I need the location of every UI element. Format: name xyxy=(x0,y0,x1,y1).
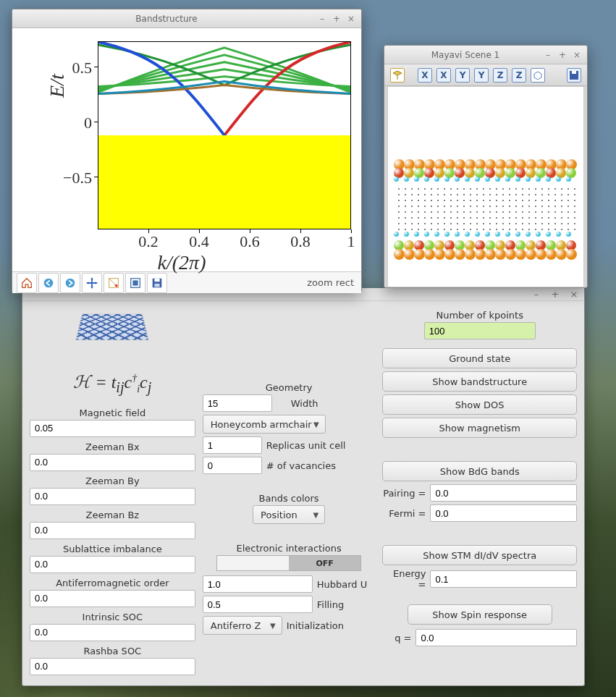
field-dot xyxy=(470,211,471,213)
view-z-minus-icon[interactable]: Z xyxy=(512,68,526,83)
maximize-icon[interactable]: + xyxy=(557,50,568,60)
field-dot xyxy=(535,223,536,224)
atom xyxy=(546,249,557,260)
zeeman-bx-input[interactable] xyxy=(30,454,195,471)
mayavi-3d-scene[interactable] xyxy=(387,86,584,287)
initialization-combo[interactable]: Antiferro Z ▼ xyxy=(203,616,282,635)
eint-toggle[interactable]: OFF xyxy=(216,555,361,571)
wireframe-icon[interactable] xyxy=(531,68,545,83)
field-dot xyxy=(424,194,426,195)
field-dot xyxy=(522,188,523,190)
sublattice-input[interactable] xyxy=(30,556,195,573)
field-dot xyxy=(535,188,536,190)
view-z-plus-icon[interactable]: Z xyxy=(493,68,507,83)
bandstructure-plot[interactable]: 0.5 0 −0.5 0.2 0.4 0.6 0.8 1 E/t k/(2π) xyxy=(12,28,361,271)
svg-rect-8 xyxy=(154,283,159,287)
filling-input[interactable] xyxy=(203,596,313,613)
bandstructure-titlebar[interactable]: Bandstructure – + × xyxy=(12,9,361,28)
show-stm-button[interactable]: Show STM dI/dV spectra xyxy=(382,545,577,565)
mayavi-titlebar[interactable]: Mayavi Scene 1 – + × xyxy=(384,46,587,64)
minimize-icon[interactable]: – xyxy=(316,14,328,24)
zeeman-by-input[interactable] xyxy=(30,488,195,505)
view-y-minus-icon[interactable]: Y xyxy=(474,68,489,83)
show-bdg-button[interactable]: Show BdG bands xyxy=(382,461,577,481)
field-dot xyxy=(515,211,517,213)
kpoints-input[interactable] xyxy=(424,322,536,339)
hubbard-input[interactable] xyxy=(203,575,313,593)
close-icon[interactable]: × xyxy=(568,289,580,300)
pairing-input[interactable] xyxy=(430,484,577,502)
field-dot xyxy=(398,211,400,213)
width-input[interactable] xyxy=(203,394,272,412)
view-x-plus-icon[interactable]: X xyxy=(418,68,432,83)
afm-input[interactable] xyxy=(30,590,195,607)
field-dot xyxy=(509,217,510,219)
forward-icon[interactable] xyxy=(60,273,80,293)
atom xyxy=(505,232,510,237)
field-dot xyxy=(489,223,491,224)
hubbard-label: Hubbard U xyxy=(317,579,368,590)
field-dot xyxy=(483,200,484,201)
view-x-minus-icon[interactable]: X xyxy=(436,68,451,83)
fermi-input[interactable] xyxy=(430,504,577,522)
field-dot xyxy=(489,229,491,230)
zeeman-by-label: Zeeman By xyxy=(30,476,195,486)
close-icon[interactable]: × xyxy=(345,14,357,24)
q-input[interactable] xyxy=(415,629,577,646)
zeeman-bz-input[interactable] xyxy=(30,522,195,539)
field-dot xyxy=(541,200,543,201)
field-dot xyxy=(502,200,504,201)
field-dot xyxy=(463,206,465,207)
maximize-icon[interactable]: + xyxy=(549,289,561,300)
minimize-icon[interactable]: – xyxy=(531,289,542,300)
magnetic-field-input[interactable] xyxy=(30,420,195,437)
energy-input[interactable] xyxy=(430,570,577,588)
vacancies-input[interactable] xyxy=(203,457,262,474)
home-icon[interactable] xyxy=(17,273,37,293)
field-dot xyxy=(444,217,445,219)
field-dot xyxy=(568,194,569,195)
subplots-icon[interactable] xyxy=(125,273,145,293)
atom xyxy=(515,177,520,182)
field-dot xyxy=(424,206,426,207)
pan-icon[interactable] xyxy=(82,273,102,293)
atom xyxy=(566,249,577,260)
field-dot xyxy=(554,211,556,213)
field-dot xyxy=(574,217,575,219)
isoc-input[interactable] xyxy=(30,624,195,641)
maximize-icon[interactable]: + xyxy=(331,14,342,24)
save-scene-icon[interactable] xyxy=(567,68,581,83)
lattice-combo[interactable]: Honeycomb armchair ▼ xyxy=(203,415,326,434)
show-magnetism-button[interactable]: Show magnetism xyxy=(382,418,577,438)
field-dot xyxy=(444,200,445,201)
save-icon[interactable] xyxy=(147,273,167,293)
field-dot xyxy=(554,194,556,195)
field-dot xyxy=(548,223,549,224)
field-dot xyxy=(528,223,530,224)
initialization-value: Antiferro Z xyxy=(211,620,261,631)
field-dot xyxy=(398,223,400,224)
back-icon[interactable] xyxy=(38,273,59,293)
view-iso-icon[interactable] xyxy=(390,68,405,83)
field-dot xyxy=(568,188,569,190)
rashba-input[interactable] xyxy=(30,658,195,675)
field-dot xyxy=(405,217,406,219)
show-dos-button[interactable]: Show DOS xyxy=(382,394,577,415)
field-dot xyxy=(457,206,458,207)
atom xyxy=(536,249,547,260)
ground-state-button[interactable]: Ground state xyxy=(382,348,577,368)
show-bandstructure-button[interactable]: Show bandstructure xyxy=(382,371,577,392)
field-dot xyxy=(463,223,465,224)
field-dot xyxy=(437,194,439,195)
minimize-icon[interactable]: – xyxy=(542,50,554,60)
field-dot xyxy=(509,206,510,207)
field-dot xyxy=(398,188,400,190)
view-y-plus-icon[interactable]: Y xyxy=(455,68,470,83)
field-dot xyxy=(541,188,543,190)
zoom-icon[interactable] xyxy=(104,273,124,293)
replicas-input[interactable] xyxy=(203,436,262,454)
show-spin-button[interactable]: Show Spin response xyxy=(408,604,552,625)
bands-colors-combo[interactable]: Position ▼ xyxy=(253,505,325,524)
plot-axes[interactable] xyxy=(98,41,351,229)
close-icon[interactable]: × xyxy=(571,50,583,60)
